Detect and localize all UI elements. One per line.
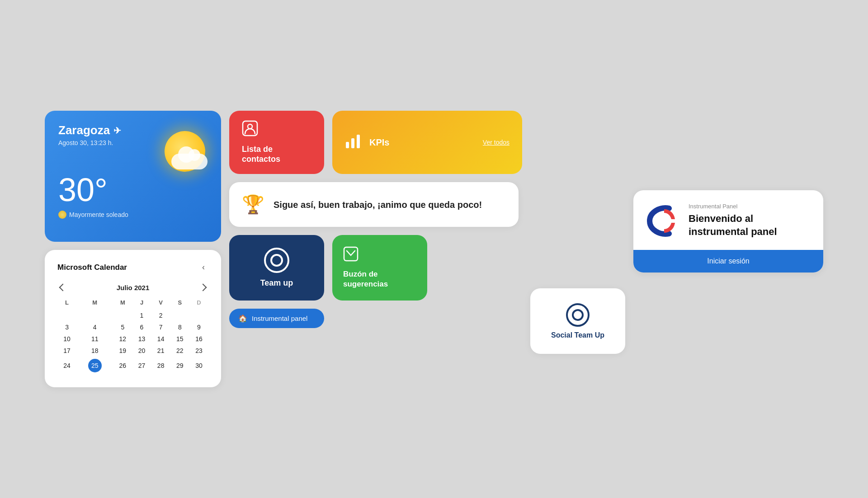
calendar-day[interactable]: 27: [132, 357, 151, 375]
cefa-logo: [644, 203, 680, 239]
day-header-s: S: [170, 297, 189, 310]
weather-card: Zaragoza ✈ Agosto 30, 13:23 h. 30° Mayor…: [45, 111, 221, 242]
calendar-day[interactable]: 25: [76, 357, 113, 375]
motivational-card: 🏆 Sigue así, buen trabajo, ¡animo que qu…: [229, 182, 519, 227]
calendar-day[interactable]: [113, 310, 132, 321]
calendar-day[interactable]: 30: [189, 357, 208, 375]
middle-column: Lista de contactos KPIs Ver to: [229, 111, 522, 328]
day-header-m2: M: [113, 297, 132, 310]
calendar-day[interactable]: 17: [57, 345, 76, 357]
calendar-day[interactable]: 10: [57, 333, 76, 345]
svg-rect-2: [346, 142, 349, 148]
contacts-card[interactable]: Lista de contactos: [229, 111, 324, 174]
teamup-circle-icon: [264, 248, 289, 273]
location-icon: ✈: [113, 125, 121, 136]
calendar-grid: L M M J V S D 12345678910111213141516171…: [57, 297, 208, 375]
calendar-day[interactable]: 14: [151, 333, 170, 345]
home-icon: 🏠: [238, 314, 247, 323]
teamup-label: Team up: [260, 278, 293, 288]
cefa-card: Instrumental Panel Bienvenido al instrum…: [633, 190, 823, 272]
calendar-header: Microsoft Calendar ‹: [57, 261, 208, 274]
buzon-label: Buzón de sugerencias: [343, 269, 416, 289]
kpis-left: KPIs: [345, 132, 389, 153]
calendar-day[interactable]: 18: [76, 345, 113, 357]
dashboard: Zaragoza ✈ Agosto 30, 13:23 h. 30° Mayor…: [45, 84, 823, 414]
calendar-day[interactable]: 29: [170, 357, 189, 375]
bottom-row: Team up Buzón de sugerencias: [229, 235, 522, 301]
social-inner-circle: [572, 309, 584, 321]
column-3: Social Team Up: [530, 111, 625, 354]
teamup-card[interactable]: Team up: [229, 235, 324, 301]
svg-rect-3: [351, 138, 354, 148]
chevron-left-icon: [59, 284, 67, 291]
calendar-day[interactable]: 8: [170, 321, 189, 333]
calendar-month-nav: Julio 2021: [57, 282, 208, 293]
cefa-body: Instrumental Panel Bienvenido al instrum…: [633, 190, 823, 250]
calendar-day[interactable]: [189, 310, 208, 321]
calendar-day[interactable]: 1: [132, 310, 151, 321]
cefa-subtitle: Instrumental Panel: [689, 203, 812, 210]
calendar-day[interactable]: [170, 310, 189, 321]
cloud: [171, 154, 208, 169]
calendar-day[interactable]: 20: [132, 345, 151, 357]
weather-description: Mayormente soleado: [58, 211, 208, 219]
day-header-d: D: [189, 297, 208, 310]
top-row: Lista de contactos KPIs Ver to: [229, 111, 522, 174]
kpis-icon: [345, 132, 362, 153]
contacts-label: Lista de contactos: [242, 145, 311, 164]
day-header-m1: M: [76, 297, 113, 310]
calendar-day[interactable]: 22: [170, 345, 189, 357]
calendar-day[interactable]: 12: [113, 333, 132, 345]
calendar-day[interactable]: 6: [132, 321, 151, 333]
calendar-day[interactable]: 19: [113, 345, 132, 357]
calendar-day[interactable]: 23: [189, 345, 208, 357]
cefa-info: Instrumental Panel Bienvenido al instrum…: [689, 203, 812, 238]
kpis-ver-todos-link[interactable]: Ver todos: [483, 139, 509, 146]
column-1: Zaragoza ✈ Agosto 30, 13:23 h. 30° Mayor…: [45, 111, 221, 387]
day-header-j: J: [132, 297, 151, 310]
buzon-card[interactable]: Buzón de sugerencias: [332, 235, 427, 301]
instrumental-panel-button[interactable]: 🏠 Instrumental panel: [229, 309, 324, 328]
calendar-collapse-button[interactable]: ‹: [198, 261, 208, 274]
column-4: Instrumental Panel Bienvenido al instrum…: [633, 111, 823, 272]
calendar-day[interactable]: [76, 310, 113, 321]
calendar-day[interactable]: 28: [151, 357, 170, 375]
city-name: Zaragoza: [58, 123, 110, 137]
calendar-day[interactable]: 21: [151, 345, 170, 357]
kpis-card[interactable]: KPIs Ver todos: [332, 111, 522, 174]
cefa-login-button[interactable]: Iniciar sesión: [633, 250, 823, 272]
trophy-icon: 🏆: [242, 194, 264, 215]
calendar-day[interactable]: 26: [113, 357, 132, 375]
calendar-title: Microsoft Calendar: [57, 263, 127, 272]
motivational-text: Sigue así, buen trabajo, ¡animo que qued…: [274, 198, 482, 211]
calendar-day[interactable]: 2: [151, 310, 170, 321]
sun-small-icon: [58, 211, 66, 219]
svg-rect-5: [344, 247, 358, 261]
teamup-inner-circle: [270, 254, 283, 267]
instrumental-btn-label: Instrumental panel: [252, 315, 307, 322]
calendar-day[interactable]: 13: [132, 333, 151, 345]
day-header-v: V: [151, 297, 170, 310]
calendar-day[interactable]: 15: [170, 333, 189, 345]
kpis-label: KPIs: [369, 137, 389, 148]
weather-sun-graphic: [153, 129, 208, 174]
social-teamup-card[interactable]: Social Team Up: [530, 288, 625, 354]
calendar-day[interactable]: 7: [151, 321, 170, 333]
calendar-day[interactable]: 4: [76, 321, 113, 333]
calendar-day[interactable]: 9: [189, 321, 208, 333]
cefa-title: Bienvenido al instrumental panel: [689, 212, 812, 238]
calendar-month-label: Julio 2021: [117, 284, 150, 291]
calendar-day[interactable]: 3: [57, 321, 76, 333]
calendar-prev-button[interactable]: [57, 282, 68, 293]
calendar-day[interactable]: 11: [76, 333, 113, 345]
svg-rect-4: [357, 135, 360, 148]
social-label: Social Team Up: [551, 331, 604, 339]
calendar-card: Microsoft Calendar ‹ Julio 2021 L M M: [45, 250, 221, 387]
calendar-day[interactable]: [57, 310, 76, 321]
chevron-right-icon: [199, 284, 207, 291]
calendar-day[interactable]: 24: [57, 357, 76, 375]
calendar-day[interactable]: 5: [113, 321, 132, 333]
calendar-day[interactable]: 16: [189, 333, 208, 345]
contacts-icon: [242, 120, 311, 140]
calendar-next-button[interactable]: [198, 282, 208, 293]
